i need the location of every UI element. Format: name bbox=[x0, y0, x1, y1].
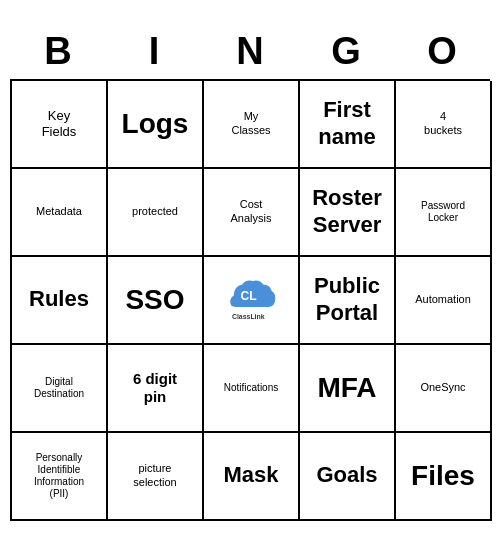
svg-text:CL: CL bbox=[241, 289, 258, 303]
cell-logs: Logs bbox=[108, 81, 204, 169]
cell-goals: Goals bbox=[300, 433, 396, 521]
cell-mask: Mask bbox=[204, 433, 300, 521]
bingo-header: B I N G O bbox=[10, 24, 490, 79]
cell-rules: Rules bbox=[12, 257, 108, 345]
letter-b: B bbox=[14, 30, 102, 73]
classlink-logo-icon: CL ClassLink bbox=[225, 274, 277, 326]
cell-first-name: Firstname bbox=[300, 81, 396, 169]
svg-text:ClassLink: ClassLink bbox=[232, 313, 265, 320]
cell-4-buckets: 4buckets bbox=[396, 81, 492, 169]
cell-6-digit-pin: 6 digitpin bbox=[108, 345, 204, 433]
cell-metadata: Metadata bbox=[12, 169, 108, 257]
cell-automation: Automation bbox=[396, 257, 492, 345]
cell-picture-selection: pictureselection bbox=[108, 433, 204, 521]
cell-pii: PersonallyIdentifibleInformation(PII) bbox=[12, 433, 108, 521]
cell-public-portal: PublicPortal bbox=[300, 257, 396, 345]
cell-notifications: Notifications bbox=[204, 345, 300, 433]
cell-roster-server: RosterServer bbox=[300, 169, 396, 257]
cell-my-classes: MyClasses bbox=[204, 81, 300, 169]
cell-onesync: OneSync bbox=[396, 345, 492, 433]
cell-classlink: CL ClassLink bbox=[204, 257, 300, 345]
cell-files: Files bbox=[396, 433, 492, 521]
letter-g: G bbox=[302, 30, 390, 73]
cell-protected: protected bbox=[108, 169, 204, 257]
cell-digital-destination: DigitalDestination bbox=[12, 345, 108, 433]
cell-mfa: MFA bbox=[300, 345, 396, 433]
bingo-card: B I N G O KeyFields Logs MyClasses First… bbox=[10, 24, 490, 521]
cell-cost-analysis: CostAnalysis bbox=[204, 169, 300, 257]
letter-n: N bbox=[206, 30, 294, 73]
letter-o: O bbox=[398, 30, 486, 73]
cell-key-fields: KeyFields bbox=[12, 81, 108, 169]
letter-i: I bbox=[110, 30, 198, 73]
bingo-grid: KeyFields Logs MyClasses Firstname 4buck… bbox=[10, 79, 490, 521]
cell-sso: SSO bbox=[108, 257, 204, 345]
cell-password-locker: PasswordLocker bbox=[396, 169, 492, 257]
